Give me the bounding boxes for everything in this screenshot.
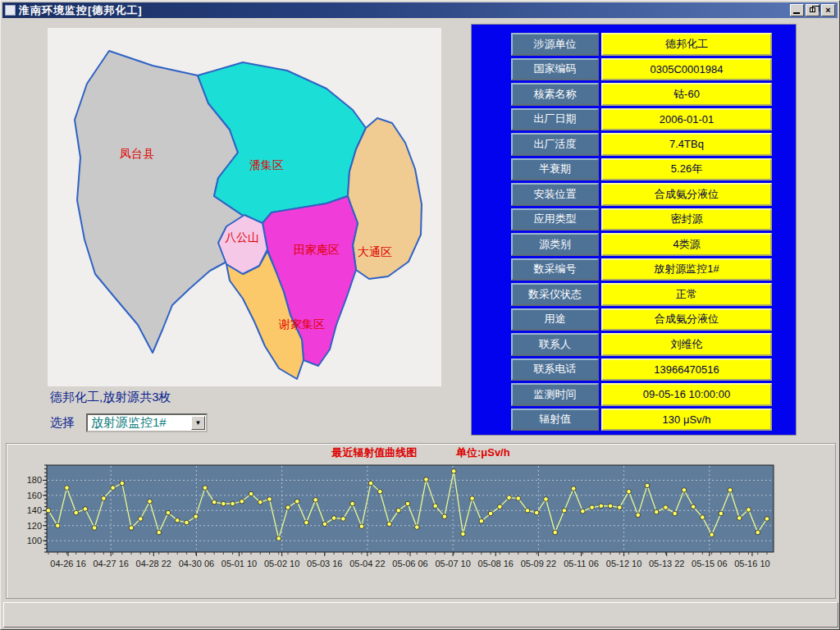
info-row-value: 合成氨分液位 bbox=[601, 308, 772, 331]
info-row-value: 合成氨分液位 bbox=[601, 183, 772, 206]
app-icon bbox=[5, 5, 16, 16]
map-label-panji: 潘集区 bbox=[249, 158, 284, 171]
source-select[interactable]: 放射源监控1# ▼ bbox=[86, 413, 208, 432]
svg-text:05-02 10: 05-02 10 bbox=[264, 559, 299, 568]
map-label-tianjiaan: 田家庵区 bbox=[294, 243, 340, 256]
info-row-value: 09-05-16 10:00:00 bbox=[601, 383, 772, 406]
info-row-value: 13966470516 bbox=[601, 358, 772, 381]
source-info-panel: 涉源单位德邦化工国家编码0305C0001984核素名称钴-60出厂日期2006… bbox=[471, 24, 797, 436]
svg-text:05-06 06: 05-06 06 bbox=[392, 559, 427, 568]
chart-title-row: 最近辐射值曲线图 单位:μSv/h bbox=[7, 445, 835, 460]
info-row-label: 出厂活度 bbox=[511, 133, 599, 156]
svg-text:100: 100 bbox=[27, 536, 42, 546]
source-count-caption: 德邦化工,放射源共3枚 bbox=[50, 390, 171, 405]
chevron-down-icon[interactable]: ▼ bbox=[191, 416, 205, 430]
info-row: 联系电话13966470516 bbox=[511, 358, 796, 381]
status-bar bbox=[3, 602, 838, 628]
info-row-label: 辐射值 bbox=[511, 409, 599, 431]
info-row-label: 联系电话 bbox=[511, 358, 599, 381]
svg-text:05-15 06: 05-15 06 bbox=[692, 559, 727, 568]
info-row-label: 安装位置 bbox=[511, 183, 599, 206]
close-icon: × bbox=[825, 5, 830, 15]
svg-text:04-30 06: 04-30 06 bbox=[179, 559, 214, 568]
info-row-label: 涉源单位 bbox=[511, 33, 599, 56]
info-row: 数采仪状态正常 bbox=[511, 283, 796, 306]
info-row: 联系人刘维伦 bbox=[511, 333, 796, 356]
info-row: 辐射值130 μSv/h bbox=[511, 409, 796, 431]
info-row: 核素名称钴-60 bbox=[511, 83, 796, 106]
info-row-label: 联系人 bbox=[511, 333, 599, 356]
info-row-value: 4类源 bbox=[601, 233, 772, 256]
map-label-fengtai: 凤台县 bbox=[120, 147, 154, 160]
info-row: 出厂日期2006-01-01 bbox=[511, 108, 796, 131]
info-row: 源类别4类源 bbox=[511, 233, 796, 256]
info-row-label: 数采编号 bbox=[511, 258, 599, 281]
minimize-icon bbox=[793, 12, 800, 14]
info-row-value: 5.26年 bbox=[601, 158, 772, 181]
info-row: 监测时间09-05-16 10:00:00 bbox=[511, 383, 796, 406]
info-row: 应用类型密封源 bbox=[511, 208, 796, 231]
info-row-label: 监测时间 bbox=[511, 383, 599, 406]
info-row-label: 出厂日期 bbox=[511, 108, 599, 131]
info-row-label: 核素名称 bbox=[511, 83, 599, 106]
map-label-bagongshan: 八公山 bbox=[225, 231, 259, 244]
map-label-xiejiaji: 谢家集区 bbox=[278, 317, 325, 331]
svg-text:05-01 10: 05-01 10 bbox=[221, 559, 257, 568]
svg-text:120: 120 bbox=[27, 521, 42, 531]
radiation-line-chart: 10012014016018004-26 1604-27 1604-28 220… bbox=[7, 460, 834, 596]
info-row-value: 7.4TBq bbox=[601, 133, 772, 156]
restore-button[interactable] bbox=[806, 4, 819, 16]
svg-text:140: 140 bbox=[27, 505, 42, 515]
info-row: 安装位置合成氨分液位 bbox=[511, 183, 796, 206]
district-map: 凤台县 潘集区 八公山 田家庵区 大通区 谢家集区 bbox=[48, 28, 441, 386]
svg-text:05-04 22: 05-04 22 bbox=[349, 559, 385, 568]
info-row-label: 应用类型 bbox=[511, 208, 599, 231]
svg-text:05-12 10: 05-12 10 bbox=[606, 559, 641, 568]
svg-text:05-16 10: 05-16 10 bbox=[734, 559, 769, 568]
info-row-label: 国家编码 bbox=[511, 58, 599, 81]
info-row-value: 130 μSv/h bbox=[601, 409, 772, 431]
svg-text:04-27 16: 04-27 16 bbox=[93, 559, 128, 568]
svg-text:04-28 22: 04-28 22 bbox=[136, 559, 171, 568]
svg-text:05-08 16: 05-08 16 bbox=[478, 559, 514, 568]
close-button[interactable]: × bbox=[821, 4, 835, 16]
svg-text:05-07 10: 05-07 10 bbox=[435, 559, 470, 568]
chart-unit-label: 单位:μSv/h bbox=[456, 446, 510, 459]
window-title: 淮南环境监控[德邦化工] bbox=[19, 2, 143, 18]
info-row: 用途合成氨分液位 bbox=[511, 308, 796, 331]
info-row-value: 刘维伦 bbox=[601, 333, 772, 356]
info-row-value: 密封源 bbox=[601, 208, 772, 231]
svg-text:180: 180 bbox=[27, 475, 42, 485]
info-row-value: 放射源监控1# bbox=[601, 258, 772, 281]
info-row: 国家编码0305C0001984 bbox=[511, 58, 796, 81]
svg-text:05-03 16: 05-03 16 bbox=[307, 559, 342, 568]
svg-text:05-09 22: 05-09 22 bbox=[521, 559, 556, 568]
map-label-datong: 大通区 bbox=[358, 245, 392, 258]
select-label: 选择 bbox=[50, 415, 75, 431]
svg-text:05-11 06: 05-11 06 bbox=[564, 559, 599, 568]
info-row-value: 2006-01-01 bbox=[601, 108, 772, 131]
info-row-label: 用途 bbox=[511, 308, 599, 331]
svg-text:04-26 16: 04-26 16 bbox=[50, 559, 85, 568]
info-row-value: 正常 bbox=[601, 283, 772, 306]
minimize-button[interactable] bbox=[790, 4, 804, 16]
info-row: 半衰期5.26年 bbox=[511, 158, 796, 181]
chart-title: 最近辐射值曲线图 bbox=[331, 446, 417, 459]
info-row-label: 数采仪状态 bbox=[511, 283, 599, 306]
info-row-value: 钴-60 bbox=[601, 83, 772, 106]
radiation-chart-panel: 最近辐射值曲线图 单位:μSv/h 10012014016018004-26 1… bbox=[6, 443, 836, 599]
info-row-label: 半衰期 bbox=[511, 158, 599, 181]
info-row: 数采编号放射源监控1# bbox=[511, 258, 796, 281]
info-row: 涉源单位德邦化工 bbox=[511, 33, 796, 56]
title-bar[interactable]: 淮南环境监控[德邦化工] × bbox=[2, 2, 838, 18]
svg-text:05-13 22: 05-13 22 bbox=[649, 559, 684, 568]
info-row-value: 0305C0001984 bbox=[601, 58, 772, 81]
svg-text:160: 160 bbox=[27, 491, 42, 500]
source-select-value: 放射源监控1# bbox=[88, 415, 191, 431]
info-row-value: 德邦化工 bbox=[601, 33, 772, 56]
restore-icon bbox=[810, 7, 815, 12]
info-row-label: 源类别 bbox=[511, 233, 599, 256]
info-row: 出厂活度7.4TBq bbox=[511, 133, 796, 156]
app-window: 淮南环境监控[德邦化工] × 凤台县 潘集区 八公山 田家庵区 大通 bbox=[0, 0, 840, 630]
